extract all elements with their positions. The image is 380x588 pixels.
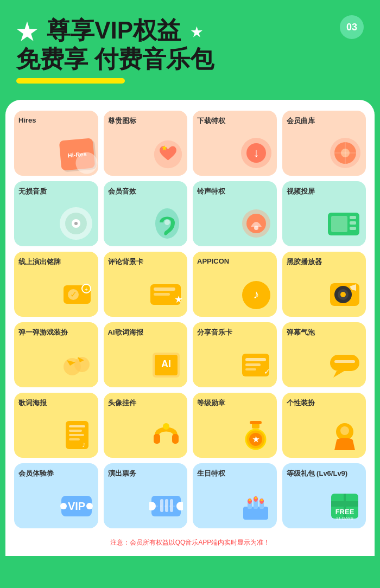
header: 03 尊享VIP权益 免费享 付费音乐包 — [0, 0, 380, 100]
ear-icon — [151, 206, 183, 240]
cell-appicon[interactable]: APPICON ♪ — [193, 252, 277, 317]
cell-gift[interactable]: 等级礼包 (Lv6/Lv9) FREE 11 DAYS — [282, 463, 366, 528]
bubble-icon-svg — [328, 349, 362, 381]
lossless-illustration — [18, 200, 94, 242]
appicon-illustration: ♪ — [197, 269, 273, 312]
comment-icon: ★ — [148, 280, 183, 310]
cell-member-sound[interactable]: 会员音效 — [104, 181, 188, 246]
game-icon-svg — [60, 349, 94, 381]
vinyl-icon-svg — [328, 279, 362, 310]
cell-label-member-lib: 会员曲库 — [287, 116, 315, 126]
cell-label-video: 视频投屏 — [287, 187, 315, 196]
cell-bubble[interactable]: 弹幕气泡 — [282, 322, 366, 387]
cell-share-card[interactable]: 分享音乐卡 ✓ — [193, 322, 277, 387]
share-illustration: ✓ — [197, 341, 273, 383]
svg-rect-59 — [172, 434, 179, 444]
sparkle-icon — [16, 21, 38, 43]
svg-point-13 — [74, 222, 78, 225]
cell-vinyl[interactable]: 黑胶播放器 — [282, 252, 366, 317]
svg-rect-22 — [350, 221, 356, 225]
svg-rect-47 — [245, 368, 256, 370]
cell-custom[interactable]: 个性装扮 — [282, 393, 366, 458]
cell-ai-poster[interactable]: AI歌词海报 AI — [104, 322, 188, 387]
svg-text:★: ★ — [174, 294, 183, 305]
cell-concert[interactable]: 演出票务 — [104, 463, 188, 528]
avatar-illustration — [108, 411, 183, 453]
svg-point-88 — [261, 499, 263, 501]
cell-member-lib[interactable]: 会员曲库 — [282, 111, 366, 176]
svg-text:✓: ✓ — [69, 290, 77, 299]
lossless-icon — [59, 206, 94, 240]
cell-label-hires: Hires — [18, 116, 36, 124]
svg-text:♪: ♪ — [253, 287, 259, 301]
headphone-icon-svg — [149, 419, 183, 451]
stage-icon: ✓ + — [60, 279, 94, 310]
member-sound-illustration — [108, 200, 183, 242]
cell-label-member-sound: 会员音效 — [108, 187, 136, 196]
svg-text:+: + — [85, 286, 88, 292]
cell-label-ringtone: 铃声特权 — [197, 187, 225, 196]
page-wrapper: 03 尊享VIP权益 免费享 付费音乐包 Hires Hi-Res — [0, 0, 380, 556]
cell-label-exp-coupon: 会员体验券 — [18, 469, 54, 478]
birthday-icon — [239, 489, 273, 522]
cell-birthday[interactable]: 生日特权 — [193, 463, 277, 528]
hires-illustration: Hi-Res — [18, 127, 94, 171]
svg-text:♪: ♪ — [82, 440, 86, 449]
sparkle-small-icon — [191, 26, 202, 38]
medal-illustration: ★ — [197, 411, 273, 453]
cell-video[interactable]: 视频投屏 — [282, 181, 366, 246]
cell-game[interactable]: 弹一弹游戏装扮 — [14, 322, 98, 387]
svg-rect-31 — [154, 293, 170, 296]
member-lib-icon — [329, 137, 362, 169]
cell-label-share: 分享音乐卡 — [197, 328, 232, 337]
svg-point-67 — [340, 426, 349, 435]
cell-avatar-pendant[interactable]: 头像挂件 — [104, 393, 188, 458]
comment-illustration: ★ — [108, 270, 183, 312]
cell-comment-bg[interactable]: 评论背景卡 ★ — [104, 252, 188, 317]
cell-exp-coupon[interactable]: 会员体验券 VIP — [14, 463, 98, 528]
svg-point-38 — [340, 292, 346, 297]
svg-text:11 DAYS: 11 DAYS — [336, 516, 353, 521]
video-illustration — [287, 200, 362, 242]
svg-rect-55 — [69, 434, 84, 436]
svg-text:★: ★ — [252, 435, 259, 444]
concert-illustration — [108, 482, 183, 524]
header-title-line2: 免费享 付费音乐包 — [16, 45, 364, 74]
cell-label-medal: 等级勋章 — [197, 398, 225, 408]
cell-download[interactable]: 下载特权 ↓ — [193, 111, 277, 176]
cell-hires[interactable]: Hires Hi-Res — [14, 111, 98, 176]
svg-point-18 — [254, 226, 258, 230]
ai-illustration: AI — [108, 341, 183, 383]
cell-label-game: 弹一弹游戏装扮 — [18, 328, 68, 337]
svg-text:AI: AI — [161, 359, 171, 369]
svg-text:FREE: FREE — [335, 508, 354, 516]
lyric-icon: ♪ — [60, 419, 94, 451]
cell-label-download: 下载特权 — [197, 116, 225, 126]
cell-label-appicon: APPICON — [197, 257, 229, 265]
svg-rect-23 — [350, 227, 356, 230]
svg-point-86 — [249, 499, 251, 501]
gift-illustration: FREE 11 DAYS — [287, 482, 362, 524]
cell-noble-icon[interactable]: 尊贵图标 — [104, 111, 188, 176]
cell-lossless[interactable]: 无损音质 — [14, 181, 98, 246]
ringtone-icon — [240, 206, 273, 240]
bottom-note-area: 注意：会员所有权益以QQ音乐APP端内实时显示为准！ — [5, 534, 375, 556]
share-card-icon-svg: ✓ — [239, 349, 273, 381]
cell-lyric-poster[interactable]: 歌词海报 ♪ — [14, 393, 98, 458]
cell-medal[interactable]: 等级勋章 ★ — [193, 393, 277, 458]
hires-icon: Hi-Res — [59, 138, 95, 170]
svg-rect-21 — [350, 216, 356, 219]
stage-illustration: ✓ + — [18, 270, 94, 312]
cell-label-comment: 评论背景卡 — [108, 257, 143, 267]
svg-point-71 — [86, 503, 93, 509]
svg-rect-20 — [331, 216, 347, 232]
ticket-icon-svg — [149, 490, 183, 522]
cell-label-ai: AI歌词海报 — [108, 328, 143, 337]
svg-rect-56 — [69, 438, 80, 440]
cell-stage[interactable]: 线上演出铭牌 ✓ + — [14, 252, 98, 317]
gift-icon: FREE 11 DAYS — [328, 489, 362, 522]
cell-ringtone[interactable]: 铃声特权 — [193, 181, 277, 246]
cell-label-avatar: 头像挂件 — [108, 398, 136, 408]
svg-rect-54 — [69, 430, 82, 432]
svg-rect-62 — [250, 421, 262, 424]
